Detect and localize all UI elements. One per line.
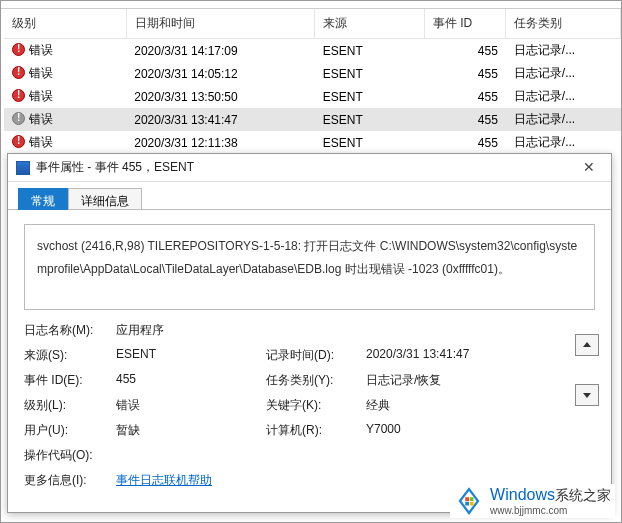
watermark-text: Windows系统之家 www.bjjmmc.com bbox=[490, 486, 611, 516]
cell-task-category: 日志记录/... bbox=[506, 85, 621, 108]
error-icon bbox=[12, 43, 25, 56]
cell-event-id: 455 bbox=[424, 85, 506, 108]
table-header-row: 级别 日期和时间 来源 事件 ID 任务类别 bbox=[4, 9, 621, 39]
cell-task-category: 日志记录/... bbox=[506, 131, 621, 154]
dialog-icon bbox=[16, 161, 30, 175]
value-logged: 2020/3/31 13:41:47 bbox=[366, 347, 526, 364]
cell-event-id: 455 bbox=[424, 131, 506, 154]
cell-event-id: 455 bbox=[424, 39, 506, 63]
dialog-title: 事件属性 - 事件 455，ESENT bbox=[36, 159, 575, 176]
table-row[interactable]: 错误2020/3/31 13:50:50ESENT455日志记录/... bbox=[4, 85, 621, 108]
value-task-category: 日志记录/恢复 bbox=[366, 372, 526, 389]
cell-level: 错误 bbox=[29, 135, 53, 149]
value-log-name: 应用程序 bbox=[116, 322, 526, 339]
windows-logo-icon bbox=[454, 486, 484, 516]
cell-datetime: 2020/3/31 14:17:09 bbox=[126, 39, 315, 63]
column-task-category[interactable]: 任务类别 bbox=[506, 9, 621, 39]
table-row[interactable]: 错误2020/3/31 14:05:12ESENT455日志记录/... bbox=[4, 62, 621, 85]
event-fields: 日志名称(M): 应用程序 来源(S): ESENT 记录时间(D): 2020… bbox=[24, 322, 595, 489]
cell-datetime: 2020/3/31 13:50:50 bbox=[126, 85, 315, 108]
cell-task-category: 日志记录/... bbox=[506, 39, 621, 63]
value-source: ESENT bbox=[116, 347, 266, 364]
label-user: 用户(U): bbox=[24, 422, 116, 439]
dialog-body: svchost (2416,R,98) TILEREPOSITORYS-1-5-… bbox=[8, 210, 611, 497]
error-icon bbox=[12, 135, 25, 148]
error-icon bbox=[12, 112, 25, 125]
cell-task-category: 日志记录/... bbox=[506, 108, 621, 131]
cell-level: 错误 bbox=[29, 112, 53, 126]
column-source[interactable]: 来源 bbox=[315, 9, 425, 39]
prev-event-button[interactable] bbox=[575, 334, 599, 356]
cell-source: ESENT bbox=[315, 85, 425, 108]
cell-source: ESENT bbox=[315, 108, 425, 131]
cell-event-id: 455 bbox=[424, 62, 506, 85]
label-source: 来源(S): bbox=[24, 347, 116, 364]
cell-event-id: 455 bbox=[424, 108, 506, 131]
svg-rect-3 bbox=[470, 502, 474, 506]
tab-bar: 常规 详细信息 bbox=[8, 182, 611, 210]
value-level: 错误 bbox=[116, 397, 266, 414]
next-event-button[interactable] bbox=[575, 384, 599, 406]
label-event-id: 事件 ID(E): bbox=[24, 372, 116, 389]
error-icon bbox=[12, 89, 25, 102]
column-level[interactable]: 级别 bbox=[4, 9, 126, 39]
cell-datetime: 2020/3/31 13:41:47 bbox=[126, 108, 315, 131]
event-list-panel: 级别 日期和时间 来源 事件 ID 任务类别 错误2020/3/31 14:17… bbox=[4, 9, 621, 149]
label-logged: 记录时间(D): bbox=[266, 347, 366, 364]
cell-task-category: 日志记录/... bbox=[506, 62, 621, 85]
value-opcode bbox=[116, 447, 526, 464]
value-keywords: 经典 bbox=[366, 397, 526, 414]
value-user: 暂缺 bbox=[116, 422, 266, 439]
event-message-text[interactable]: svchost (2416,R,98) TILEREPOSITORYS-1-5-… bbox=[24, 224, 595, 310]
error-icon bbox=[12, 66, 25, 79]
value-event-id: 455 bbox=[116, 372, 266, 389]
label-task-category: 任务类别(Y): bbox=[266, 372, 366, 389]
label-log-name: 日志名称(M): bbox=[24, 322, 116, 339]
column-event-id[interactable]: 事件 ID bbox=[424, 9, 506, 39]
label-keywords: 关键字(K): bbox=[266, 397, 366, 414]
tab-general[interactable]: 常规 bbox=[18, 188, 68, 210]
svg-rect-2 bbox=[465, 502, 469, 506]
label-more-info: 更多信息(I): bbox=[24, 472, 116, 489]
tab-details[interactable]: 详细信息 bbox=[68, 188, 142, 210]
cell-datetime: 2020/3/31 12:11:38 bbox=[126, 131, 315, 154]
dialog-titlebar[interactable]: 事件属性 - 事件 455，ESENT ✕ bbox=[8, 154, 611, 182]
close-button[interactable]: ✕ bbox=[575, 158, 603, 178]
cell-level: 错误 bbox=[29, 43, 53, 57]
cell-source: ESENT bbox=[315, 131, 425, 154]
column-datetime[interactable]: 日期和时间 bbox=[126, 9, 315, 39]
table-row[interactable]: 错误2020/3/31 13:41:47ESENT455日志记录/... bbox=[4, 108, 621, 131]
window-top-border bbox=[1, 1, 621, 9]
label-level: 级别(L): bbox=[24, 397, 116, 414]
cell-source: ESENT bbox=[315, 62, 425, 85]
value-computer: Y7000 bbox=[366, 422, 526, 439]
cell-level: 错误 bbox=[29, 66, 53, 80]
svg-rect-0 bbox=[465, 497, 469, 501]
table-row[interactable]: 错误2020/3/31 14:17:09ESENT455日志记录/... bbox=[4, 39, 621, 63]
nav-buttons bbox=[575, 334, 599, 406]
watermark: Windows系统之家 www.bjjmmc.com bbox=[450, 484, 615, 518]
event-properties-dialog: 事件属性 - 事件 455，ESENT ✕ 常规 详细信息 svchost (2… bbox=[7, 153, 612, 513]
cell-source: ESENT bbox=[315, 39, 425, 63]
table-row[interactable]: 错误2020/3/31 12:11:38ESENT455日志记录/... bbox=[4, 131, 621, 154]
event-table: 级别 日期和时间 来源 事件 ID 任务类别 错误2020/3/31 14:17… bbox=[4, 9, 621, 154]
label-opcode: 操作代码(O): bbox=[24, 447, 116, 464]
label-computer: 计算机(R): bbox=[266, 422, 366, 439]
cell-datetime: 2020/3/31 14:05:12 bbox=[126, 62, 315, 85]
svg-rect-1 bbox=[470, 497, 474, 501]
cell-level: 错误 bbox=[29, 89, 53, 103]
